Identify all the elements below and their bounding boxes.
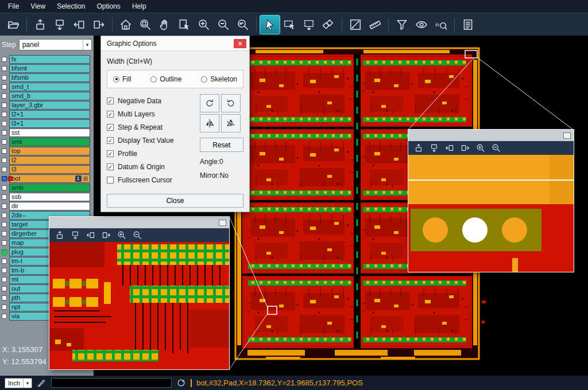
unit-select[interactable]: Inch ▾ — [5, 378, 32, 388]
layer-visibility-checkbox[interactable] — [2, 314, 7, 319]
layer-row-l3+1[interactable]: l3+1 — [0, 119, 94, 128]
layer-label[interactable]: l3 — [9, 165, 90, 174]
import-right-button[interactable] — [101, 230, 111, 240]
rect-select-button[interactable] — [280, 15, 299, 34]
import-right-button[interactable] — [460, 143, 470, 153]
group-select-button[interactable] — [299, 15, 319, 34]
checkbox-datum-origin[interactable]: ✓Datum & Origin — [107, 160, 200, 173]
layer-label[interactable]: layer_3.gbr — [9, 101, 90, 110]
zoom-out-button[interactable] — [491, 143, 501, 153]
visibility-eye-button[interactable] — [412, 15, 431, 34]
layer-row-l3[interactable]: l3 — [0, 165, 94, 174]
layer-visibility-checkbox[interactable] — [2, 286, 7, 291]
command-input[interactable] — [51, 378, 172, 388]
mirror-horizontal-button[interactable] — [200, 114, 219, 132]
import-top-button[interactable] — [55, 230, 65, 240]
mirror-vertical-button[interactable] — [221, 114, 241, 132]
zoom-previous-button[interactable] — [233, 15, 253, 34]
layer-visibility-checkbox[interactable] — [2, 240, 7, 245]
layer-visibility-checkbox[interactable] — [2, 222, 7, 227]
layer-row-layer_3.gbr[interactable]: layer_3.gbr — [0, 100, 94, 110]
layer-visibility-checkbox[interactable] — [2, 130, 7, 135]
layer-visibility-checkbox[interactable] — [2, 167, 7, 172]
radio-fill[interactable]: Fill — [113, 75, 131, 83]
rotate-ccw-button[interactable] — [221, 94, 241, 112]
layer-row-dir[interactable]: dir — [0, 201, 94, 210]
import-bottom-button[interactable] — [50, 15, 69, 34]
layer-visibility-checkbox[interactable] — [2, 75, 7, 80]
checkbox-step-repeat[interactable]: ✓Step & Repeat — [107, 120, 200, 134]
import-left-button[interactable] — [86, 230, 96, 240]
filter-button[interactable] — [392, 15, 412, 34]
radio-skeleton[interactable]: Skeleton — [201, 75, 237, 83]
layer-label[interactable]: bfsmb — [9, 73, 90, 82]
layer-visibility-checkbox[interactable] — [2, 295, 7, 301]
layer-visibility-checkbox[interactable] — [2, 84, 7, 89]
layer-visibility-checkbox[interactable] — [2, 158, 7, 163]
layer-row-smb[interactable]: smb — [0, 183, 94, 192]
layer-label[interactable]: top — [9, 147, 90, 155]
layer-row-l2+1[interactable]: l2+1 — [0, 110, 94, 119]
layer-visibility-checkbox[interactable] — [2, 194, 7, 200]
layer-row-smt[interactable]: smt — [0, 137, 94, 146]
magnifier-content[interactable] — [49, 242, 229, 369]
pad-magnifier-window[interactable] — [408, 129, 574, 272]
layer-visibility-checkbox[interactable] — [2, 93, 7, 99]
chevron-down-icon[interactable]: ▾ — [83, 40, 91, 50]
window-restore-icon[interactable] — [563, 132, 571, 139]
layer-visibility-checkbox[interactable] — [2, 204, 7, 209]
detail-magnifier-window[interactable] — [49, 216, 230, 370]
layer-row-smd_t[interactable]: smd_t — [0, 82, 94, 91]
zoom-in-button[interactable] — [475, 143, 486, 153]
layer-row-bot[interactable]: bot1⊞ — [0, 174, 94, 183]
import-right-button[interactable] — [89, 15, 109, 34]
report-button[interactable] — [458, 15, 478, 34]
layer-visibility-checkbox[interactable] — [2, 149, 7, 154]
layer-visibility-checkbox[interactable] — [2, 231, 7, 236]
layer-visibility-checkbox[interactable] — [2, 112, 7, 117]
layer-visibility-checkbox[interactable] — [2, 259, 7, 264]
layer-row-fx[interactable]: fx — [0, 54, 94, 64]
window-restore-icon[interactable] — [219, 220, 226, 226]
import-left-button[interactable] — [69, 15, 89, 34]
layer-label[interactable]: dir — [9, 202, 90, 210]
magnifier-titlebar[interactable] — [408, 130, 574, 141]
layer-row-ssb[interactable]: ssb — [0, 192, 94, 201]
open-folder-button[interactable] — [3, 15, 23, 34]
layer-label[interactable]: smt — [9, 138, 90, 146]
zoom-in-button[interactable] — [194, 15, 214, 34]
checkbox-display-text-value[interactable]: ✓Display Text Value — [107, 134, 200, 147]
zoom-region-button[interactable] — [136, 15, 155, 34]
dialog-titlebar[interactable]: Graphic Options ✕ — [101, 36, 249, 51]
layer-label[interactable]: l2 — [9, 156, 90, 165]
radio-outline[interactable]: Outline — [150, 75, 181, 83]
layer-label[interactable]: smd_t — [9, 83, 90, 91]
checkbox-fullscreen-cursor[interactable]: Fullscreen Cursor — [107, 173, 200, 186]
menu-options[interactable]: Options — [91, 0, 126, 13]
checkbox-negative-data[interactable]: ✓Negative Data — [107, 94, 200, 107]
layer-label[interactable]: fx — [9, 55, 90, 64]
import-left-button[interactable] — [444, 143, 455, 153]
layer-label[interactable]: bfsmt — [9, 64, 90, 73]
magnifier-titlebar[interactable] — [49, 217, 229, 228]
zoom-out-button[interactable] — [132, 230, 142, 240]
import-top-button[interactable] — [413, 143, 424, 153]
zoom-out-button[interactable] — [214, 15, 233, 34]
layer-visibility-checkbox[interactable] — [2, 305, 7, 310]
rotate-cw-button[interactable] — [200, 94, 219, 112]
layer-label[interactable]: smb — [9, 184, 90, 192]
layer-label[interactable]: smd_b — [9, 92, 90, 100]
layer-visibility-checkbox[interactable] — [2, 268, 7, 273]
layer-row-top[interactable]: top — [0, 146, 94, 155]
select-page-button[interactable] — [175, 15, 194, 34]
layer-visibility-checkbox[interactable] — [2, 213, 7, 218]
layer-label[interactable]: bot1⊞ — [9, 174, 90, 183]
magnifier-content[interactable] — [408, 155, 574, 272]
layer-row-l2[interactable]: l2 — [0, 155, 94, 165]
draw-angle-icon[interactable] — [37, 378, 47, 388]
find-text-button[interactable]: in — [431, 15, 451, 34]
close-button[interactable]: Close — [107, 194, 243, 208]
layer-label[interactable]: sst — [9, 128, 90, 137]
layer-label[interactable]: l2+1 — [9, 110, 90, 119]
layer-visibility-checkbox[interactable] — [2, 66, 7, 71]
